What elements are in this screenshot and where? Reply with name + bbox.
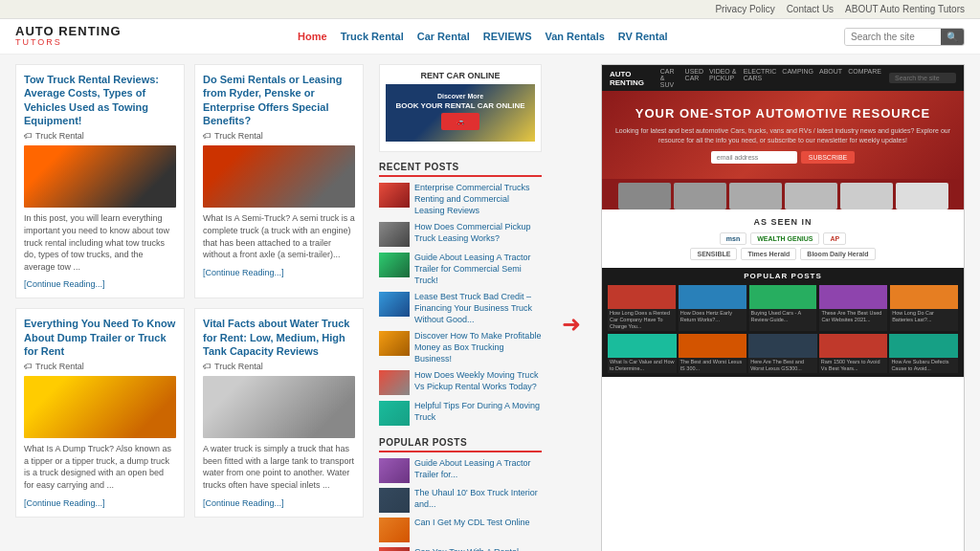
nav-reviews[interactable]: REVIEWS (483, 31, 532, 42)
preview-email-row: SUBSCRIBE (613, 151, 952, 164)
pp-item-5: How Long Do Car Batteries Last?... (890, 285, 958, 331)
preview-nav-link-2: USED CAR (685, 68, 703, 88)
post-excerpt-3: What Is A Dump Truck? Also known as a ti… (24, 443, 176, 491)
seen-in-title: AS SEEN IN (612, 217, 954, 227)
recent-thumb-1 (379, 183, 410, 208)
about-link[interactable]: ABOUT Auto Renting Tutors (845, 4, 965, 14)
search-input[interactable] (845, 29, 941, 45)
logo-bottom: TUTORS (15, 38, 122, 48)
pp-img-7 (679, 334, 747, 358)
post-readmore-1[interactable]: [Continue Reading...] (24, 279, 105, 289)
post-card-3: Everything You Need To Know About Dump T… (15, 308, 185, 517)
recent-link-1[interactable]: Enterprise Commercial Trucks Renting and… (414, 183, 542, 216)
site-preview: AUTO RENTING CAR & SUV USED CAR VIDEO & … (601, 64, 965, 551)
post-category-3: Truck Rental (24, 362, 176, 371)
recent-posts-title: RECENT POSTS (379, 162, 542, 177)
main-nav: Home Truck Rental Car Rental REVIEWS Van… (141, 31, 825, 42)
rent-car-ad-image: Discover More BOOK YOUR RENTAL CAR ONLIN… (386, 84, 535, 142)
nav-truck-rental[interactable]: Truck Rental (341, 31, 404, 42)
post-excerpt-2: What Is A Semi-Truck? A semi truck is a … (203, 212, 355, 260)
nav-car-rental[interactable]: Car Rental (417, 31, 470, 42)
seen-logo-sensible: SENSIBLE (690, 248, 737, 260)
preview-vehicles (602, 179, 964, 209)
pp-img-3 (749, 285, 817, 309)
privacy-policy-link[interactable]: Privacy Policy (715, 4, 774, 14)
ad-book-title: BOOK YOUR RENTAL CAR ONLINE (395, 101, 524, 110)
nav-rv-rental[interactable]: RV Rental (618, 31, 668, 42)
popular-link-3[interactable]: Can I Get My CDL Test Online (414, 518, 530, 529)
recent-link-5[interactable]: Discover How To Make Profitable Money as… (414, 331, 542, 364)
rent-car-section: RENT CAR ONLINE Discover More BOOK YOUR … (379, 64, 542, 152)
post-card-2: Do Semi Rentals or Leasing from Ryder, P… (194, 64, 364, 298)
post-readmore-4[interactable]: [Continue Reading...] (203, 498, 284, 508)
seen-logos-row: msn WEALTH GENIUS AP (612, 232, 954, 245)
recent-link-6[interactable]: How Does Weekly Moving Truck Vs Pickup R… (414, 370, 542, 392)
search-button[interactable]: 🔍 (941, 29, 964, 45)
popular-grid-row1: How Long Does a Rented Car Company Have … (608, 285, 958, 331)
recent-thumb-4 (379, 292, 410, 317)
pp-img-6 (608, 334, 677, 358)
popular-post-2: The Uhaul 10' Box Truck Interior and... (379, 488, 542, 513)
popular-link-4[interactable]: Can You Tow With A Rental (414, 547, 519, 551)
preview-nav-link-7: COMPARE (848, 68, 881, 88)
main-content: Tow Truck Rental Reviews: Average Costs,… (0, 55, 980, 551)
popular-posts-section: POPULAR POSTS Guide About Leasing A Trac… (379, 437, 542, 551)
post-category-4: Truck Rental (203, 362, 355, 371)
pp-item-7: The Best and Worst Lexus IS 300... (679, 334, 747, 373)
recent-post-7: Helpful Tips For During A Moving Truck (379, 401, 542, 426)
popular-link-2[interactable]: The Uhaul 10' Box Truck Interior and... (414, 488, 542, 510)
search-form: 🔍 (844, 28, 965, 46)
preview-email-input[interactable] (711, 151, 797, 164)
preview-nav-link-1: CAR & SUV (660, 68, 679, 88)
sidebar: RENT CAR ONLINE Discover More BOOK YOUR … (379, 64, 542, 551)
seen-logo-msn: msn (720, 232, 746, 245)
pp-img-1 (608, 285, 676, 309)
recent-link-3[interactable]: Guide About Leasing A Tractor Trailer fo… (414, 253, 542, 286)
site-logo[interactable]: AUTO RENTING TUTORS (15, 25, 122, 48)
post-title-3[interactable]: Everything You Need To Know About Dump T… (24, 317, 176, 358)
post-readmore-3[interactable]: [Continue Reading...] (24, 498, 105, 508)
pp-item-8: Here Are The Best and Worst Lexus GS300.… (748, 334, 817, 373)
post-title-4[interactable]: Vital Facts about Water Truck for Rent: … (203, 317, 355, 358)
pp-text-4: These Are The Best Used Car Websites 202… (819, 309, 887, 324)
header: AUTO RENTING TUTORS Home Truck Rental Ca… (0, 19, 980, 55)
popular-link-1[interactable]: Guide About Leasing A Tractor Trailer fo… (414, 458, 542, 480)
recent-thumb-2 (379, 222, 410, 247)
preview-hero-subtitle: Looking for latest and best automotive C… (613, 126, 952, 145)
recent-posts-section: RECENT POSTS Enterprise Commercial Truck… (379, 162, 542, 426)
logo-top: AUTO RENTING (15, 25, 122, 38)
recent-post-5: Discover How To Make Profitable Money as… (379, 331, 542, 364)
post-image-1 (24, 145, 176, 208)
pp-text-6: What Is Car Value and How to Determine..… (608, 358, 677, 373)
preview-nav: AUTO RENTING CAR & SUV USED CAR VIDEO & … (602, 65, 964, 91)
pp-text-1: How Long Does a Rented Car Company Have … (608, 309, 676, 331)
post-excerpt-4: A water truck is simply a truck that has… (203, 443, 355, 491)
rent-car-section-title: RENT CAR ONLINE (386, 71, 535, 80)
recent-link-2[interactable]: How Does Commercial Pickup Truck Leasing… (414, 222, 542, 244)
preview-nav-link-4: ELECTRIC CARS (744, 68, 777, 88)
seen-logo-bloom: Bloom Daily Herald (800, 248, 875, 260)
post-category-2: Truck Rental (203, 131, 355, 141)
pp-text-3: Buying Used Cars - A Review Guide... (749, 309, 817, 324)
popular-post-4: Can You Tow With A Rental (379, 547, 542, 551)
preview-search-input[interactable] (889, 73, 956, 83)
recent-link-7[interactable]: Helpful Tips For During A Moving Truck (414, 401, 542, 423)
contact-us-link[interactable]: Contact Us (787, 4, 834, 14)
preview-subscribe-button[interactable]: SUBSCRIBE (801, 151, 855, 164)
recent-thumb-5 (379, 331, 410, 356)
pp-img-5 (890, 285, 958, 309)
popular-post-1: Guide About Leasing A Tractor Trailer fo… (379, 458, 542, 483)
post-title-1[interactable]: Tow Truck Rental Reviews: Average Costs,… (24, 73, 176, 127)
recent-post-6: How Does Weekly Moving Truck Vs Pickup R… (379, 370, 542, 395)
pp-item-1: How Long Does a Rented Car Company Have … (608, 285, 676, 331)
post-title-2[interactable]: Do Semi Rentals or Leasing from Ryder, P… (203, 73, 355, 127)
arrow-icon: ➜ (562, 311, 581, 338)
popular-grid-row2: What Is Car Value and How to Determine..… (608, 334, 958, 373)
recent-link-4[interactable]: Lease Best Truck Bad Credit – Financing … (414, 292, 542, 325)
seen-logo-ap: AP (823, 232, 846, 245)
pp-img-8 (748, 334, 817, 358)
nav-home[interactable]: Home (298, 31, 327, 42)
preview-popular-section: POPULAR POSTS How Long Does a Rented Car… (602, 268, 964, 378)
nav-van-rentals[interactable]: Van Rentals (545, 31, 604, 42)
post-readmore-2[interactable]: [Continue Reading...] (203, 268, 284, 277)
